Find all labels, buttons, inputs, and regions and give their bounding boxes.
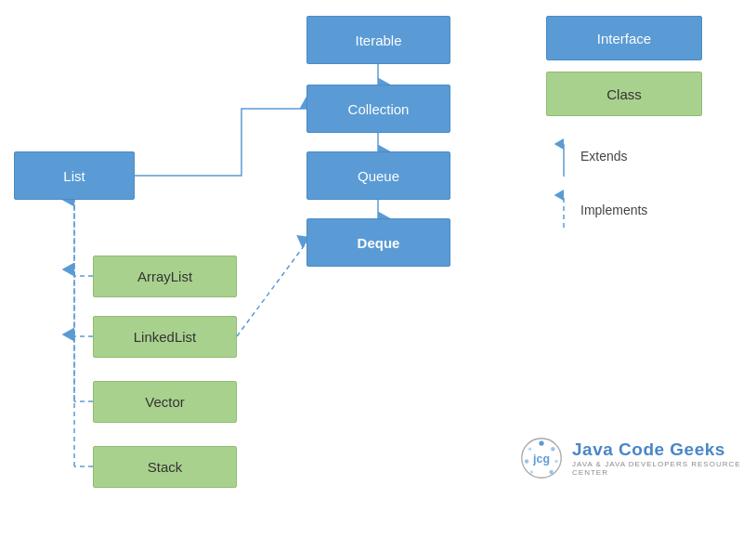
svg-point-16 bbox=[539, 440, 543, 445]
list-box: List bbox=[14, 151, 135, 200]
iterable-box: Iterable bbox=[306, 16, 450, 64]
queue-label: Queue bbox=[358, 168, 399, 184]
linkedlist-box: LinkedList bbox=[93, 316, 237, 358]
jcg-main-text: Java Code Geeks bbox=[572, 440, 756, 460]
svg-point-18 bbox=[554, 460, 558, 464]
queue-box: Queue bbox=[306, 151, 450, 200]
legend-interface-box: Interface bbox=[546, 16, 702, 60]
linkedlist-label: LinkedList bbox=[134, 329, 197, 345]
jcg-text-area: Java Code Geeks Java & Java Developers R… bbox=[572, 440, 756, 477]
implements-label: Implements bbox=[580, 203, 647, 217]
svg-point-22 bbox=[528, 447, 532, 451]
svg-line-7 bbox=[237, 243, 306, 336]
deque-label: Deque bbox=[358, 235, 400, 251]
jcg-icon: jcg bbox=[520, 434, 563, 482]
arraylist-box: ArrayList bbox=[93, 256, 237, 297]
collection-box: Collection bbox=[306, 85, 450, 133]
stack-box: Stack bbox=[93, 446, 237, 488]
collection-label: Collection bbox=[348, 101, 410, 117]
svg-point-20 bbox=[530, 470, 534, 474]
svg-text:jcg: jcg bbox=[532, 453, 550, 466]
vector-label: Vector bbox=[145, 394, 185, 410]
svg-point-19 bbox=[549, 470, 553, 474]
deque-box: Deque bbox=[306, 218, 450, 267]
svg-point-17 bbox=[551, 447, 554, 451]
legend-class-box: Class bbox=[546, 72, 702, 116]
extends-label: Extends bbox=[580, 149, 628, 164]
legend-class-label: Class bbox=[606, 86, 642, 102]
jcg-sub-text: Java & Java Developers Resource Center bbox=[572, 460, 756, 477]
iterable-label: Iterable bbox=[355, 33, 401, 48]
vector-box: Vector bbox=[93, 381, 237, 423]
jcg-logo: jcg Java Code Geeks Java & Java Develope… bbox=[520, 434, 756, 482]
svg-point-21 bbox=[525, 459, 528, 463]
arraylist-label: ArrayList bbox=[137, 269, 192, 284]
list-label: List bbox=[63, 168, 85, 184]
stack-label: Stack bbox=[148, 459, 183, 475]
legend-interface-label: Interface bbox=[597, 31, 651, 46]
diagram-container: Interface Class Extends Implements Itera… bbox=[0, 0, 756, 538]
